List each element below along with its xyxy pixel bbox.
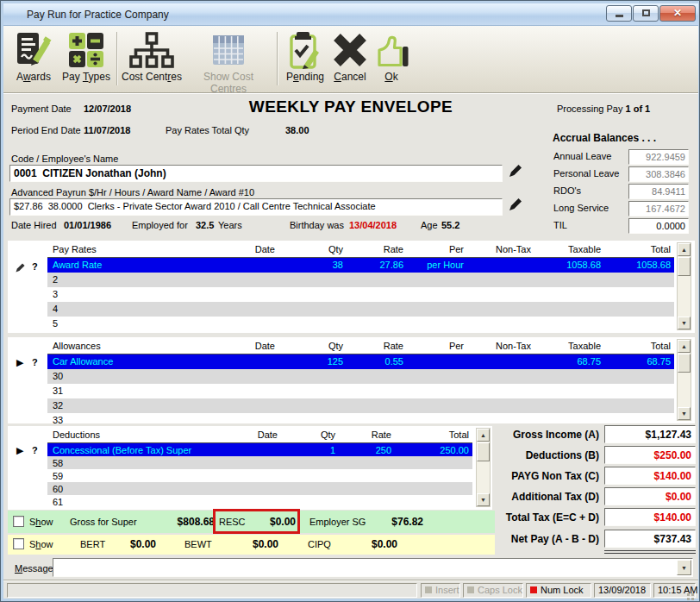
message-combobox[interactable]: ▼ [53,558,693,577]
column-header-date: Date [221,426,281,442]
column-header-qty: Qty [278,241,347,257]
awards-label: Awards [10,71,57,83]
scroll-up-icon: ▲ [678,243,691,256]
pay-types-button[interactable]: Pay Types [59,29,114,90]
cancel-button[interactable]: Cancel [329,29,371,90]
total-qty-label: Pay Rates Total Qty [166,125,249,135]
awards-button[interactable]: Awards [10,29,57,90]
cell-label: 31 [47,384,218,398]
maximize-icon [642,9,650,16]
cell-rate [347,302,407,317]
cell-per [407,384,467,398]
column-header-date: Date [218,337,278,354]
pay-types-icon [59,29,114,71]
cell-label: 59 [47,469,221,482]
cell-nontax [467,354,534,369]
edit-employee-button[interactable] [506,163,525,182]
bert-label: BERT [80,539,105,549]
employee-name-input[interactable]: 0001 CITIZEN Jonathan (John) [9,165,503,182]
cell-label: 58 [47,456,221,469]
edit-award-button[interactable] [506,197,525,216]
employed-years-value: 32.5 [196,220,214,230]
cell-taxable [534,287,604,302]
cipq-label: CIPQ [308,539,331,549]
allowances-row-3[interactable]: 32 [47,398,674,413]
show-levies-checkbox[interactable] [13,538,24,549]
age-label: Age [421,220,438,230]
bewt-value: $0.00 [225,538,278,550]
cell-qty [278,287,347,302]
resize-grip[interactable] [691,593,694,596]
column-header-per: Per [407,337,467,354]
allowances-scrollbar[interactable]: ▲ ▼ [677,339,691,421]
pay-rates-row-2[interactable]: 3 [47,287,674,302]
cell-total [604,302,674,317]
pay-rates-row-3[interactable]: 4 [47,302,674,317]
cell-qty [278,302,347,317]
accrual-balances-title: Accrual Balances . . . [553,132,656,144]
ok-thumbs-up-icon [372,29,410,71]
date-hired-value: 01/01/1986 [64,220,111,230]
close-button[interactable]: ✕ [659,5,696,22]
cell-taxable [534,413,604,428]
cancel-icon [329,29,371,71]
cipq-value: $0.00 [344,538,397,550]
pay-rates-row-4[interactable]: 5 [47,317,674,331]
award-details-input[interactable]: $27.86 38.0000 Clerks - Private Sector A… [9,198,503,216]
num-lock-indicator: Num Lock [526,583,591,598]
toolbar-separator [116,32,118,85]
help-question-icon[interactable]: ? [32,357,38,367]
allowances-row-0[interactable]: Car Allowance1250.5568.7568.75 [47,354,674,369]
allowances-row-2[interactable]: 31 [47,384,674,398]
cell-nontax [467,398,534,413]
cell-rate: 27.86 [347,258,407,273]
message-label: Message [15,563,53,574]
pay-rates-row-0[interactable]: Award Rate3827.86per Hour1058.681058.68 [47,258,674,273]
total-value-5: $737.43 [604,530,696,548]
cell-per [407,317,467,331]
cell-label: 2 [47,273,218,287]
cost-centres-icon [121,29,183,71]
help-question-icon[interactable]: ? [32,261,38,272]
cell-date [221,469,281,482]
cell-rate [347,384,407,398]
maximize-button[interactable] [633,5,659,22]
show-cost-centres-button: Show Cost Centres [184,29,272,90]
title-bar[interactable]: Pay Run for Practice Company [3,3,698,26]
cost-centres-button[interactable]: Cost Centres [121,29,183,90]
bert-value: $0.00 [103,538,156,550]
minimize-icon [616,15,623,17]
ok-label: Ok [372,71,410,83]
pay-rates-row-1[interactable]: 2 [47,273,674,287]
cell-total [604,384,674,398]
show-cost-centres-icon [184,29,272,71]
cell-rate: 0.55 [347,354,407,369]
total-value-2: $140.00 [604,467,696,485]
row-pointer-icon: ▶ [16,357,23,368]
payrun-window: Pay Run for Practice Company ✕ Awards [0,0,700,602]
net-pay-underline [604,553,696,554]
minimize-button[interactable] [606,5,632,22]
net-pay-underline [604,550,696,551]
column-header-pay-rates: Pay Rates [47,241,218,257]
cell-taxable [534,273,604,287]
pay-rates-panel: ? Pay RatesDateQtyRatePerNon-TaxTaxableT… [8,241,695,333]
pay-rates-scrollbar[interactable]: ▲ ▼ [677,242,691,330]
scroll-thumb [678,354,691,373]
cell-per [407,354,467,369]
help-question-icon[interactable]: ? [32,445,38,455]
show-super-checkbox[interactable] [13,516,24,527]
allowances-row-1[interactable]: 30 [47,369,674,384]
total-label-0: Gross Income (A) [363,429,599,441]
cell-nontax [467,302,534,317]
payment-date-label: Payment Date [11,103,72,114]
cell-label: 61 [47,495,221,508]
cell-rate [347,317,407,331]
cell-taxable [534,317,604,331]
allowances-panel: ▶ ? AllowancesDateQtyRatePerNon-TaxTaxab… [8,337,695,423]
ok-button[interactable]: Ok [372,29,410,90]
pending-button[interactable]: Pending [283,29,328,90]
dropdown-arrow-icon[interactable]: ▼ [677,560,691,575]
cell-date [221,456,281,469]
show-levies-label: Show [29,539,53,549]
